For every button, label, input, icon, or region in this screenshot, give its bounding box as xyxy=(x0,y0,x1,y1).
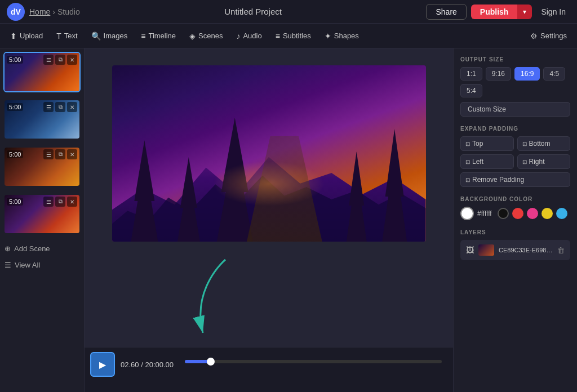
scene-time: 5:00 xyxy=(7,198,23,206)
scene-delete-button[interactable]: ✕ xyxy=(67,102,77,112)
expand-padding-label: EXPAND PADDING xyxy=(460,126,570,132)
size-btn-4-5[interactable]: 4:5 xyxy=(543,67,565,81)
project-title[interactable]: Untitled Project xyxy=(224,7,282,16)
layers-label: LAYERS xyxy=(460,229,570,235)
padding-top-icon: ⊡ xyxy=(465,141,470,147)
scene-item[interactable]: 5:00 ☰ ⧉ ✕ xyxy=(3,99,81,140)
share-button[interactable]: Share xyxy=(426,4,466,20)
scene-delete-button[interactable]: ✕ xyxy=(67,197,77,207)
background-color-section: BACKGROUND COLOR #ffffff xyxy=(460,196,570,220)
publish-dropdown-button[interactable]: ▾ xyxy=(517,5,532,19)
color-swatch-pink[interactable] xyxy=(527,208,538,219)
scene-item[interactable]: 5:00 ☰ ⧉ ✕ xyxy=(3,52,81,92)
timeline-icon: ≡ xyxy=(141,32,145,41)
timeline-separator: / xyxy=(141,360,143,369)
toolbar-shapes[interactable]: ✦ Shapes xyxy=(319,28,365,44)
color-swatch-yellow[interactable] xyxy=(542,208,553,219)
scene-overlay: 5:00 ☰ ⧉ ✕ xyxy=(5,195,79,208)
padding-left-button[interactable]: ⊡ Left xyxy=(460,154,514,169)
audio-icon: ♪ xyxy=(236,32,240,41)
padding-right-icon: ⊡ xyxy=(522,159,527,165)
breadcrumb-separator: › xyxy=(52,7,55,16)
scene-menu-button[interactable]: ☰ xyxy=(43,55,54,65)
color-swatch-white[interactable] xyxy=(460,207,474,220)
padding-bottom-icon: ⊡ xyxy=(522,141,527,147)
timeline-thumb xyxy=(207,358,215,366)
toolbar-subtitles[interactable]: ≡ Subtitles xyxy=(270,28,317,44)
padding-bottom-button[interactable]: ⊡ Bottom xyxy=(517,136,571,151)
signin-button[interactable]: Sign In xyxy=(536,5,570,19)
size-btn-9-16[interactable]: 9:16 xyxy=(486,67,511,81)
canvas-wrapper xyxy=(112,65,426,242)
scene-time: 5:00 xyxy=(7,150,23,158)
layers-section: LAYERS 🖼 CE89C33E-E698-4C2D-... 🗑 xyxy=(460,229,570,260)
add-scene-button[interactable]: ⊕ Add Scene xyxy=(5,242,79,255)
shapes-icon: ✦ xyxy=(325,32,331,41)
padding-top-label: Top xyxy=(472,140,483,148)
padding-right-button[interactable]: ⊡ Right xyxy=(517,154,571,169)
padding-left-icon: ⊡ xyxy=(465,159,470,165)
timeline-track[interactable] xyxy=(185,360,442,363)
sidebar-actions: ⊕ Add Scene ☰ View All xyxy=(0,238,84,276)
size-btn-16-9[interactable]: 16:9 xyxy=(514,67,540,81)
scene-copy-button[interactable]: ⧉ xyxy=(55,149,65,159)
scene-time: 5:00 xyxy=(7,56,23,64)
layer-thumbnail-icon: 🖼 xyxy=(466,246,474,255)
toolbar-text-label: Text xyxy=(64,32,78,40)
scene-icons: ☰ ⧉ ✕ xyxy=(43,149,77,159)
view-all-button[interactable]: ☰ View All xyxy=(5,259,79,271)
remove-padding-button[interactable]: ⊡ Remove Padding xyxy=(460,172,570,187)
scene-copy-button[interactable]: ⧉ xyxy=(55,102,65,112)
toolbar: ⬆ Upload T Text 🔍 Images ≡ Timeline ◈ Sc… xyxy=(0,24,577,48)
toolbar-scenes[interactable]: ◈ Scenes xyxy=(184,28,228,44)
toolbar-timeline[interactable]: ≡ Timeline xyxy=(135,28,181,44)
scene-menu-button[interactable]: ☰ xyxy=(43,197,54,207)
logo-text: dV xyxy=(11,7,21,16)
timeline-controls: ▶ 02.60 / 20:00.00 xyxy=(85,348,453,381)
scene-menu-button[interactable]: ☰ xyxy=(43,102,54,112)
publish-button[interactable]: Publish xyxy=(471,5,518,19)
toolbar-upload[interactable]: ⬆ Upload xyxy=(5,28,48,44)
size-btn-5-4[interactable]: 5:4 xyxy=(460,84,482,97)
layer-item[interactable]: 🖼 CE89C33E-E698-4C2D-... 🗑 xyxy=(460,240,570,260)
scene-copy-button[interactable]: ⧉ xyxy=(55,55,65,65)
breadcrumb-home[interactable]: Home xyxy=(29,7,50,16)
scene-icons: ☰ ⧉ ✕ xyxy=(43,102,77,112)
scene-item[interactable]: 5:00 ☰ ⧉ ✕ xyxy=(3,194,81,234)
padding-top-button[interactable]: ⊡ Top xyxy=(460,136,514,151)
header: dV Home › Studio Untitled Project Share … xyxy=(0,0,577,24)
color-swatch-black[interactable] xyxy=(498,208,509,219)
scene-delete-button[interactable]: ✕ xyxy=(67,149,77,159)
scene-menu-button[interactable]: ☰ xyxy=(43,149,54,159)
color-section: #ffffff xyxy=(460,207,570,220)
color-swatch-blue[interactable] xyxy=(556,208,567,219)
upload-icon: ⬆ xyxy=(10,32,17,41)
breadcrumb: Home › Studio xyxy=(29,7,80,16)
toolbar-audio[interactable]: ♪ Audio xyxy=(230,28,267,44)
canvas-preview[interactable] xyxy=(112,65,426,242)
timeline-current-time: 02.60 / 20:00.00 xyxy=(121,360,174,369)
padding-bottom-label: Bottom xyxy=(529,140,551,148)
size-btn-1-1[interactable]: 1:1 xyxy=(460,67,482,81)
remove-padding-icon: ⊡ xyxy=(465,177,470,183)
play-button[interactable]: ▶ xyxy=(90,352,115,377)
layer-delete-button[interactable]: 🗑 xyxy=(557,246,565,255)
background-color-label: BACKGROUND COLOR xyxy=(460,196,570,202)
scene-overlay: 5:00 ☰ ⧉ ✕ xyxy=(5,53,79,66)
output-size-label: OUTPUT SIZE xyxy=(460,56,570,63)
scene-overlay: 5:00 ☰ ⧉ ✕ xyxy=(5,148,79,161)
view-all-label: View All xyxy=(15,261,40,269)
toolbar-settings[interactable]: ⚙ Settings xyxy=(525,28,572,44)
custom-size-button[interactable]: Custom Size xyxy=(460,102,570,117)
color-swatch-red[interactable] xyxy=(512,208,523,219)
scene-overlay: 5:00 ☰ ⧉ ✕ xyxy=(5,100,79,114)
breadcrumb-studio: Studio xyxy=(57,7,80,16)
output-size-section: OUTPUT SIZE 1:1 9:16 16:9 4:5 5:4 Custom… xyxy=(460,56,570,117)
scene-item[interactable]: 5:00 ☰ ⧉ ✕ xyxy=(3,146,81,187)
toolbar-images[interactable]: 🔍 Images xyxy=(86,28,134,44)
scene-icons: ☰ ⧉ ✕ xyxy=(43,197,77,207)
toolbar-text[interactable]: T Text xyxy=(51,28,83,44)
scene-delete-button[interactable]: ✕ xyxy=(67,55,77,65)
sidebar: 5:00 ☰ ⧉ ✕ 5:00 ☰ ⧉ ✕ xyxy=(0,48,85,392)
scene-copy-button[interactable]: ⧉ xyxy=(55,197,65,207)
